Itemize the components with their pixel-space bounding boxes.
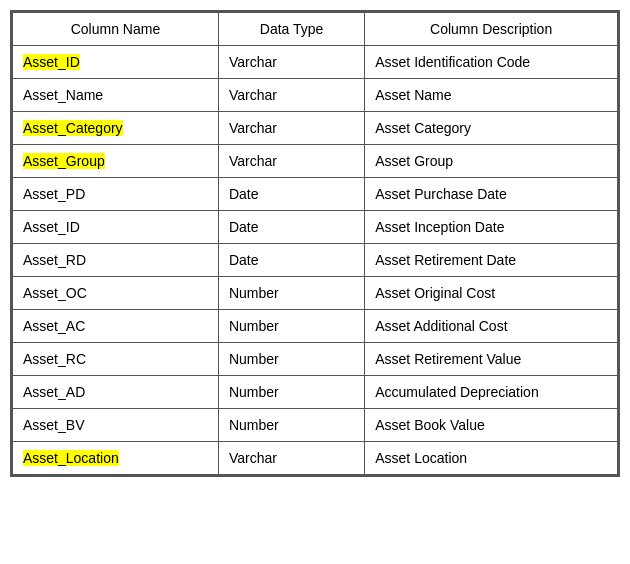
table-row: Asset_RDDateAsset Retirement Date xyxy=(13,244,618,277)
cell-data-type: Number xyxy=(218,310,364,343)
cell-column-name: Asset_RD xyxy=(13,244,219,277)
table-row: Asset_CategoryVarcharAsset Category xyxy=(13,112,618,145)
cell-data-type: Number xyxy=(218,376,364,409)
table-row: Asset_GroupVarcharAsset Group xyxy=(13,145,618,178)
cell-column-description: Asset Purchase Date xyxy=(365,178,618,211)
cell-column-name: Asset_OC xyxy=(13,277,219,310)
table-row: Asset_BVNumberAsset Book Value xyxy=(13,409,618,442)
highlighted-column-name: Asset_ID xyxy=(23,54,80,70)
cell-data-type: Number xyxy=(218,277,364,310)
cell-column-name: Asset_Group xyxy=(13,145,219,178)
header-column-description: Column Description xyxy=(365,13,618,46)
cell-data-type: Number xyxy=(218,343,364,376)
cell-column-name: Asset_AD xyxy=(13,376,219,409)
cell-column-name: Asset_ID xyxy=(13,211,219,244)
cell-column-description: Asset Identification Code xyxy=(365,46,618,79)
table-row: Asset_ACNumberAsset Additional Cost xyxy=(13,310,618,343)
cell-column-description: Asset Category xyxy=(365,112,618,145)
table-row: Asset_LocationVarcharAsset Location xyxy=(13,442,618,475)
cell-column-name: Asset_RC xyxy=(13,343,219,376)
table-row: Asset_IDVarcharAsset Identification Code xyxy=(13,46,618,79)
header-data-type: Data Type xyxy=(218,13,364,46)
cell-data-type: Varchar xyxy=(218,79,364,112)
cell-column-description: Asset Original Cost xyxy=(365,277,618,310)
table-row: Asset_ADNumberAccumulated Depreciation xyxy=(13,376,618,409)
cell-column-name: Asset_PD xyxy=(13,178,219,211)
cell-column-name: Asset_AC xyxy=(13,310,219,343)
cell-data-type: Date xyxy=(218,178,364,211)
cell-column-description: Asset Inception Date xyxy=(365,211,618,244)
cell-column-description: Asset Retirement Date xyxy=(365,244,618,277)
cell-data-type: Number xyxy=(218,409,364,442)
cell-data-type: Date xyxy=(218,211,364,244)
asset-table-container: Column Name Data Type Column Description… xyxy=(10,10,620,477)
table-row: Asset_OCNumberAsset Original Cost xyxy=(13,277,618,310)
cell-data-type: Varchar xyxy=(218,46,364,79)
table-row: Asset_IDDateAsset Inception Date xyxy=(13,211,618,244)
header-column-name: Column Name xyxy=(13,13,219,46)
cell-column-description: Asset Book Value xyxy=(365,409,618,442)
cell-column-name: Asset_BV xyxy=(13,409,219,442)
highlighted-column-name: Asset_Location xyxy=(23,450,119,466)
cell-data-type: Varchar xyxy=(218,112,364,145)
cell-column-name: Asset_Location xyxy=(13,442,219,475)
cell-column-description: Accumulated Depreciation xyxy=(365,376,618,409)
cell-column-description: Asset Location xyxy=(365,442,618,475)
table-row: Asset_PDDateAsset Purchase Date xyxy=(13,178,618,211)
cell-column-name: Asset_ID xyxy=(13,46,219,79)
asset-table: Column Name Data Type Column Description… xyxy=(12,12,618,475)
cell-column-description: Asset Name xyxy=(365,79,618,112)
cell-column-name: Asset_Name xyxy=(13,79,219,112)
table-row: Asset_NameVarcharAsset Name xyxy=(13,79,618,112)
table-header-row: Column Name Data Type Column Description xyxy=(13,13,618,46)
table-row: Asset_RCNumberAsset Retirement Value xyxy=(13,343,618,376)
cell-column-description: Asset Group xyxy=(365,145,618,178)
cell-column-name: Asset_Category xyxy=(13,112,219,145)
cell-data-type: Varchar xyxy=(218,145,364,178)
cell-column-description: Asset Additional Cost xyxy=(365,310,618,343)
highlighted-column-name: Asset_Category xyxy=(23,120,123,136)
highlighted-column-name: Asset_Group xyxy=(23,153,105,169)
cell-data-type: Varchar xyxy=(218,442,364,475)
cell-data-type: Date xyxy=(218,244,364,277)
cell-column-description: Asset Retirement Value xyxy=(365,343,618,376)
